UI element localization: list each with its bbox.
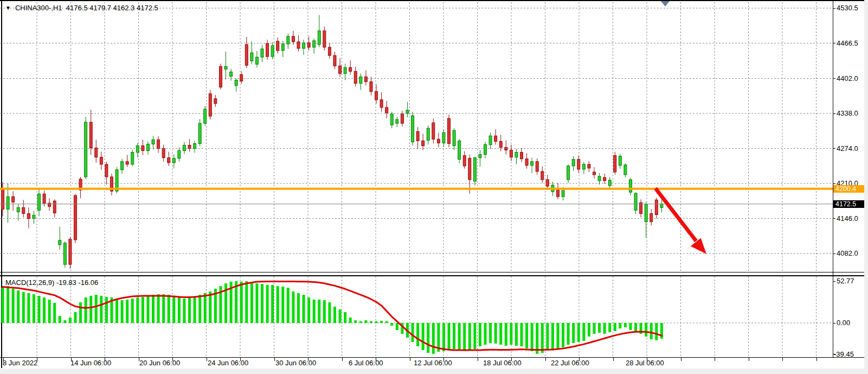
macd-histogram-bar — [53, 303, 56, 323]
candle-body — [168, 158, 170, 163]
time-tick — [342, 358, 343, 361]
candle-body — [463, 156, 466, 166]
arrow-annotation-head[interactable] — [691, 238, 706, 255]
candle-body — [655, 200, 658, 214]
macd-histogram-bar — [7, 286, 9, 323]
arrow-annotation-shaft[interactable] — [655, 188, 696, 241]
candle-body — [230, 72, 233, 76]
price-axis-label: 4466.5 — [837, 40, 858, 47]
candle-body — [634, 193, 637, 210]
candle-body — [307, 43, 310, 47]
candle-body — [375, 92, 378, 100]
candle-body — [59, 240, 61, 245]
candle-body — [89, 122, 92, 148]
macd-histogram-bar — [37, 296, 40, 323]
chart-title: ▼CHINA300-,H1 4176.5 4179.7 4162.3 4172.… — [5, 4, 158, 12]
price-axis-border — [833, 0, 833, 357]
price-tick — [833, 148, 835, 149]
candle-body — [323, 31, 326, 47]
macd-histogram-bar — [494, 323, 497, 344]
candle-body — [650, 213, 653, 221]
macd-indicator-label: MACD(12,26,9) -19.83 -16.06 — [5, 278, 98, 287]
time-tick — [478, 358, 478, 361]
candle-body — [235, 80, 237, 86]
candle-body — [354, 71, 357, 83]
macd-histogram-bar — [442, 323, 445, 351]
macd-histogram-bar — [556, 323, 559, 349]
time-axis-label: 8 Jun 2022 — [3, 359, 37, 367]
macd-histogram-bar — [245, 281, 248, 323]
candle-body — [442, 132, 445, 143]
macd-histogram-bar — [194, 297, 196, 323]
candle-body — [53, 201, 56, 213]
candle-body — [172, 159, 175, 163]
macd-histogram-bar — [608, 323, 611, 332]
macd-histogram-bar — [307, 297, 310, 323]
macd-histogram-bar — [614, 323, 616, 331]
candle-body — [344, 67, 346, 73]
macd-histogram-bar — [463, 323, 466, 351]
symbol-dropdown-icon[interactable]: ▼ — [5, 5, 11, 11]
candle-body — [624, 165, 627, 175]
candle-body — [162, 149, 165, 158]
macd-histogram-bar — [146, 296, 149, 323]
macd-histogram-bar — [22, 292, 25, 323]
macd-histogram-bar — [412, 323, 414, 342]
macd-histogram-bar — [17, 290, 20, 323]
candle-body — [603, 178, 606, 181]
candle-body — [266, 43, 269, 56]
candle-body — [198, 123, 201, 143]
macd-histogram-bar — [250, 282, 253, 323]
macd-histogram-bar — [95, 295, 98, 323]
time-axis-label: 6 Jul 06:00 — [349, 359, 383, 367]
candle-body — [63, 243, 66, 264]
macd-histogram-bar — [364, 320, 367, 323]
price-axis-label: 4338.0 — [837, 110, 858, 117]
candle-body — [364, 77, 367, 81]
macd-histogram-bar — [619, 323, 621, 328]
macd-histogram-bar — [427, 323, 429, 353]
candle-body — [541, 172, 544, 180]
price-tick — [833, 113, 835, 114]
macd-histogram-bar — [505, 323, 507, 346]
macd-histogram-bar — [85, 297, 87, 323]
price-chart-area[interactable] — [0, 1, 833, 272]
candle-body — [479, 155, 481, 158]
time-axis-label: 30 Jun 06:00 — [275, 359, 316, 367]
candle-body — [546, 180, 549, 186]
time-axis-label: 20 Jun 06:00 — [139, 359, 180, 367]
time-tick — [715, 358, 715, 361]
right-edge-strip — [864, 0, 868, 374]
candle-body — [318, 31, 320, 45]
macd-histogram-bar — [582, 323, 585, 341]
macd-histogram-bar — [645, 323, 647, 337]
macd-histogram-bar — [546, 323, 549, 350]
macd-histogram-bar — [89, 296, 92, 323]
macd-histogram-bar — [204, 293, 207, 323]
macd-histogram-bar — [198, 295, 201, 323]
candle-body — [2, 189, 4, 209]
macd-chart-area[interactable] — [0, 276, 833, 357]
macd-axis-label: -39.45 — [834, 351, 854, 358]
time-axis-label: 24 Jun 06:00 — [208, 359, 248, 367]
chart-shift-marker-icon[interactable] — [661, 1, 670, 7]
price-axis-label: 4274.0 — [837, 145, 858, 153]
macd-histogram-bar — [499, 323, 502, 345]
macd-histogram-bar — [136, 297, 139, 323]
macd-histogram-bar — [562, 323, 564, 347]
macd-histogram-bar — [12, 289, 15, 323]
macd-tick — [833, 281, 835, 282]
candle-body — [380, 100, 383, 107]
candle-body — [427, 128, 429, 140]
candle-body — [422, 141, 425, 145]
candle-body — [142, 145, 144, 150]
candle-body — [468, 159, 471, 180]
macd-histogram-bar — [277, 286, 279, 323]
candle-body — [390, 114, 393, 125]
price-axis-label: 4402.0 — [837, 75, 858, 83]
macd-tick — [833, 323, 835, 324]
macd-axis-label: 52.77 — [837, 277, 854, 285]
macd-histogram-bar — [27, 293, 30, 323]
candle-body — [328, 47, 331, 55]
candle-body — [12, 196, 15, 202]
